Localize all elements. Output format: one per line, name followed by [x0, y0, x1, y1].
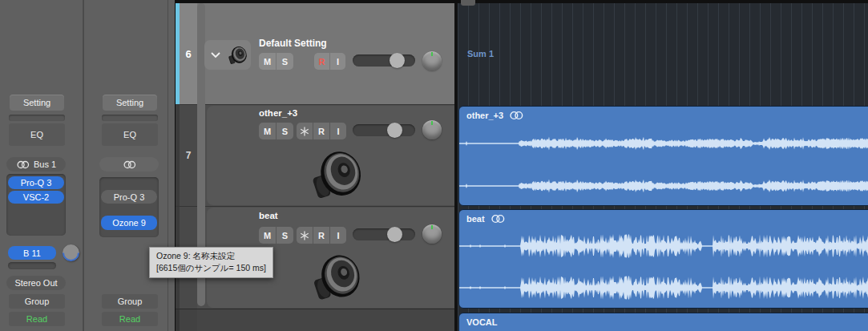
mixer-pane-divider	[168, 0, 168, 331]
region-name: other_+3	[466, 111, 503, 120]
eq-slot[interactable]: EQ	[9, 123, 65, 146]
input-monitor-button[interactable]: I	[330, 53, 345, 70]
stereo-icon	[123, 160, 136, 169]
solo-button[interactable]: S	[277, 123, 293, 139]
waveform-right-channel	[459, 174, 868, 198]
plugin-slot-pro-q3[interactable]: Pro-Q 3	[8, 176, 64, 189]
speaker-image	[305, 141, 367, 207]
format-button[interactable]	[99, 157, 159, 172]
pan-knob[interactable]	[422, 120, 442, 139]
region-header: VOCAL	[459, 313, 868, 327]
empty-send-slot[interactable]	[8, 262, 56, 269]
snowflake-icon	[300, 231, 309, 240]
solo-button[interactable]: S	[277, 53, 293, 70]
pan-knob[interactable]	[422, 224, 442, 244]
mute-solo-group: M S	[259, 227, 293, 244]
region-other[interactable]: other_+3	[458, 106, 868, 206]
lane-sum1: Sum 1	[458, 3, 868, 104]
region-beat[interactable]: beat	[458, 209, 868, 309]
input-label: Bus 1	[34, 159, 56, 169]
plugin-tooltip: Ozone 9: 名称未設定 [6615個のサンプル= 150 ms]	[149, 247, 273, 278]
logic-pro-window: Setting EQ Bus 1 Pro-Q 3 VSC-2 B 11 Ster…	[0, 0, 868, 331]
input-monitor-button[interactable]: I	[330, 227, 346, 244]
group-slot[interactable]: Group	[9, 294, 65, 309]
volume-slider[interactable]	[353, 54, 415, 67]
region-vocal[interactable]: VOCAL	[458, 313, 868, 331]
setting-button[interactable]: Setting	[103, 95, 157, 111]
track-name[interactable]: Default Setting	[259, 38, 327, 49]
mute-button[interactable]: M	[259, 123, 276, 139]
output-slot[interactable]: Stereo Out	[6, 276, 66, 290]
speaker-icon	[225, 42, 249, 67]
volume-slider-thumb[interactable]	[387, 123, 402, 138]
record-enable-button[interactable]: R	[314, 53, 329, 70]
gain-reduction-meter	[9, 115, 65, 121]
mute-solo-group: M S	[259, 123, 293, 139]
record-monitor-group: R I	[314, 53, 345, 70]
volume-slider-thumb[interactable]	[390, 53, 405, 68]
pan-knob[interactable]	[422, 51, 442, 71]
volume-slider[interactable]	[353, 124, 415, 136]
track-name[interactable]: beat	[259, 211, 278, 220]
ruler-edge	[175, 0, 868, 3]
stereo-icon	[509, 111, 523, 120]
stereo-icon	[16, 160, 30, 169]
region-name: beat	[466, 214, 485, 224]
speaker-image	[306, 245, 365, 308]
track-number-7[interactable]: 7	[180, 105, 197, 206]
output-label: Stereo Out	[14, 278, 57, 288]
input-monitor-button[interactable]: I	[330, 123, 346, 139]
lane-label: Sum 1	[467, 49, 494, 59]
plugin-slot-pro-q3[interactable]: Pro-Q 3	[101, 190, 157, 204]
mixer-strip-divider	[83, 0, 84, 331]
track-name[interactable]: other_+3	[259, 108, 297, 118]
automation-mode-button[interactable]: Read	[9, 312, 65, 326]
record-enable-button[interactable]: R	[313, 123, 329, 139]
row-divider	[176, 104, 454, 105]
tooltip-line-1: Ozone 9: 名称未設定	[156, 250, 266, 262]
gain-reduction-meter	[102, 115, 158, 121]
automation-mode-button[interactable]: Read	[102, 312, 158, 326]
volume-slider-thumb[interactable]	[387, 227, 402, 242]
mute-button[interactable]: M	[259, 227, 276, 244]
region-name: VOCAL	[466, 317, 498, 327]
plugin-slot-vsc2[interactable]: VSC-2	[8, 191, 64, 204]
freeze-button[interactable]	[297, 123, 313, 139]
volume-slider[interactable]	[353, 228, 415, 240]
eq-slot[interactable]: EQ	[102, 123, 158, 146]
track-icon-box[interactable]	[204, 40, 251, 70]
waveform-left-channel	[459, 131, 868, 155]
freeze-record-monitor-group: R I	[297, 227, 346, 244]
mute-button[interactable]: M	[259, 53, 276, 70]
freeze-record-monitor-group: R I	[297, 123, 346, 139]
track-number-9[interactable]	[180, 309, 197, 331]
snowflake-icon	[300, 127, 309, 136]
mute-solo-group: M S	[259, 53, 293, 70]
setting-button[interactable]: Setting	[10, 95, 64, 111]
send-slot-b11[interactable]: B 11	[8, 246, 56, 260]
record-enable-button[interactable]: R	[313, 227, 329, 244]
row-divider	[176, 309, 454, 309]
region-header: other_+3	[459, 107, 868, 120]
group-slot[interactable]: Group	[102, 294, 158, 309]
solo-button[interactable]: S	[277, 227, 293, 244]
plugin-label: Pro-Q 3	[114, 192, 145, 202]
plugin-slot-ozone9[interactable]: Ozone 9	[101, 216, 157, 230]
waveform-left-channel	[459, 232, 868, 260]
send-level-knob[interactable]	[59, 241, 83, 265]
chevron-down-icon[interactable]	[211, 52, 220, 59]
region-header: beat	[459, 210, 868, 224]
track-number-6[interactable]: 6	[180, 3, 197, 104]
input-slot[interactable]: Bus 1	[6, 157, 66, 172]
playhead-handle[interactable]	[461, 0, 475, 6]
track-row-9-partial[interactable]	[176, 309, 454, 331]
waveform-right-channel	[459, 274, 868, 301]
stereo-icon	[491, 214, 505, 224]
tooltip-line-2: [6615個のサンプル= 150 ms]	[156, 262, 266, 274]
freeze-button[interactable]	[297, 227, 313, 244]
